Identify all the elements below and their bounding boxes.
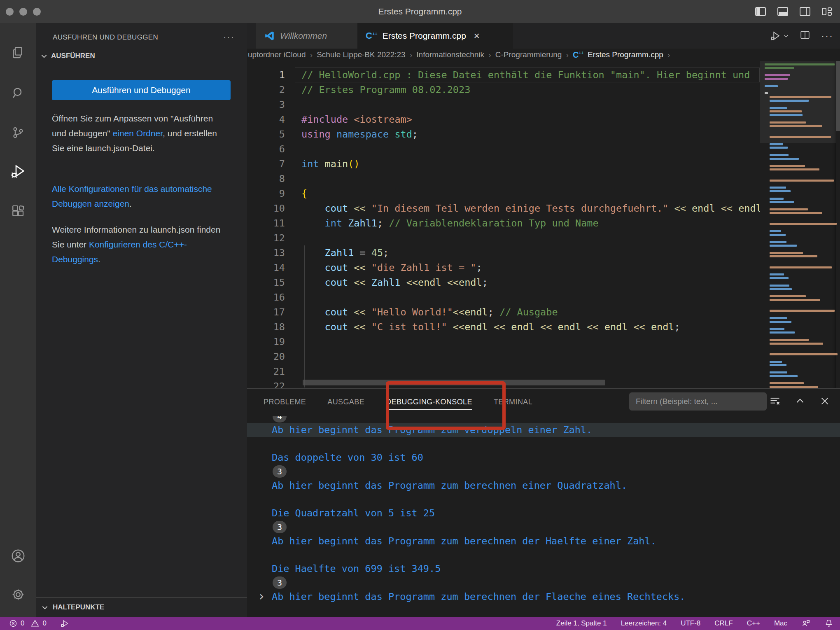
line-number[interactable]: 5 (247, 127, 285, 142)
console-output-line[interactable]: Ab hier beginnt das Programm zum berechn… (247, 478, 840, 492)
console-filter-input[interactable] (635, 397, 767, 406)
feedback-icon[interactable] (801, 619, 810, 628)
console-filter-box[interactable] (629, 392, 767, 411)
line-number[interactable]: 15 (247, 275, 285, 290)
language-mode[interactable]: C++ (747, 619, 760, 628)
run-and-debug-icon[interactable] (0, 158, 36, 184)
line-number[interactable]: 21 (247, 364, 285, 379)
more-actions-icon[interactable]: ··· (821, 30, 833, 42)
minimap[interactable] (760, 61, 836, 388)
errors-icon[interactable] (9, 619, 17, 628)
activity-bar (0, 23, 36, 617)
warnings-icon[interactable] (31, 619, 39, 628)
line-number[interactable]: 14 (247, 260, 285, 275)
debug-status-icon[interactable] (60, 618, 70, 628)
code-line-18: cout << "C ist toll!" <<endl << endl << … (301, 320, 760, 334)
breakpoints-label: HALTEPUNKTE (53, 603, 104, 611)
line-number[interactable]: 4 (247, 112, 285, 127)
eol-sequence[interactable]: CRLF (714, 619, 733, 628)
toggle-panel-icon[interactable] (777, 7, 788, 16)
sidebar-link[interactable]: Alle Konfigurationen für das automatisch… (52, 184, 212, 208)
line-number[interactable]: 20 (247, 349, 285, 364)
source-control-icon[interactable] (0, 119, 36, 146)
code-line-2: // Erstes Programm 08.02.2023 (301, 82, 760, 97)
extensions-icon[interactable] (0, 198, 36, 225)
vertical-scrollbar-thumb[interactable] (836, 61, 840, 131)
line-number[interactable]: 11 (247, 216, 285, 231)
code-editor[interactable]: 12345678910111213141516171819202122 // H… (247, 61, 840, 388)
code-line-14: cout << "die Zahl1 ist = "; (301, 260, 760, 275)
console-badge-row: 3 (247, 576, 840, 590)
breadcrumb-item[interactable]: C-Programmierung (495, 50, 562, 59)
minimap-slider[interactable] (760, 61, 836, 143)
console-output-line[interactable]: Das doppelte von 30 ist 60 (247, 450, 840, 464)
debug-console-input-row[interactable]: › (247, 589, 840, 603)
line-number[interactable]: 9 (247, 186, 285, 201)
line-number[interactable]: 22 (247, 379, 285, 388)
maximize-panel-icon[interactable] (795, 396, 805, 408)
warning-count[interactable]: 0 (42, 619, 46, 628)
line-number[interactable]: 7 (247, 156, 285, 171)
line-number[interactable]: 19 (247, 334, 285, 349)
window-title: Erstes Programm.cpp (0, 7, 840, 16)
explorer-icon[interactable] (0, 40, 36, 66)
line-number[interactable]: 17 (247, 305, 285, 320)
line-number[interactable]: 10 (247, 201, 285, 216)
settings-gear-icon[interactable] (0, 581, 36, 608)
search-icon[interactable] (0, 80, 36, 106)
customize-layout-icon[interactable] (822, 7, 833, 16)
clear-console-icon[interactable] (769, 395, 781, 408)
tab-erstes-programm-cpp[interactable]: C++Erstes Programm.cpp✕ (357, 23, 513, 49)
cursor-position[interactable]: Zeile 1, Spalte 1 (556, 619, 607, 628)
console-blank-line (247, 492, 840, 506)
account-icon[interactable] (0, 543, 36, 569)
code-line-5: using namespace std; (301, 127, 760, 142)
sidebar-link[interactable]: einen Ordner (113, 128, 163, 138)
close-tab-icon[interactable]: ✕ (474, 31, 480, 41)
breadcrumb-item[interactable]: Informationstechnik (416, 50, 484, 59)
breadcrumb[interactable]: uptordner iCloud›Schule Lippe-BK 2022:23… (247, 49, 840, 61)
run-and-debug-button[interactable]: Ausführen und Debuggen (52, 80, 231, 100)
notifications-bell-icon[interactable] (824, 619, 833, 628)
repeat-count-badge: 3 (273, 521, 287, 533)
debug-console-output[interactable]: 4 Ab hier beginnt das Programm zum verdo… (247, 416, 840, 603)
console-blank-line (247, 548, 840, 562)
panel-tab-probleme[interactable]: PROBLEME (264, 389, 306, 415)
line-number[interactable]: 8 (247, 171, 285, 186)
console-output-line[interactable]: Die Quadratzahl von 5 ist 25 (247, 506, 840, 520)
console-output-line[interactable]: Die Haelfte von 699 ist 349.5 (247, 562, 840, 576)
split-editor-icon[interactable] (800, 30, 810, 42)
line-number[interactable]: 12 (247, 231, 285, 245)
toggle-secondary-sidebar-icon[interactable] (800, 7, 810, 16)
close-panel-icon[interactable] (819, 396, 830, 408)
toggle-sidebar-icon[interactable] (755, 7, 766, 16)
line-number[interactable]: 13 (247, 245, 285, 260)
line-number[interactable]: 2 (247, 82, 285, 97)
sidebar-title: AUSFÜHREN UND DEBUGGEN (53, 33, 223, 42)
line-number[interactable]: 18 (247, 320, 285, 334)
run-or-debug-icon[interactable] (769, 30, 789, 42)
breadcrumb-item[interactable]: Schule Lippe-BK 2022:23 (317, 50, 406, 59)
line-number[interactable]: 16 (247, 290, 285, 305)
line-number[interactable]: 3 (247, 97, 285, 112)
panel-tab-ausgabe[interactable]: AUSGABE (327, 389, 364, 415)
code-line-17: cout << "Hello World!"<<endl; // Ausgabe (301, 305, 760, 320)
section-ausfuehren[interactable]: AUSFÜHREN (40, 52, 95, 60)
encoding[interactable]: UTF-8 (681, 619, 700, 628)
sidebar-more-actions-icon[interactable]: ··· (223, 32, 235, 43)
error-count[interactable]: 0 (21, 619, 24, 628)
console-output-line[interactable]: Ab hier beginnt das Programm zum verdopp… (247, 423, 840, 437)
breadcrumb-item[interactable]: Erstes Programm.cpp (588, 50, 663, 59)
line-number[interactable]: 6 (247, 142, 285, 156)
chevron-down-icon (40, 52, 48, 60)
platform[interactable]: Mac (774, 619, 787, 628)
console-output-line[interactable]: Ab hier beginnt das Programm zum berechn… (247, 534, 840, 548)
tab-label: Erstes Programm.cpp (383, 31, 466, 41)
breadcrumb-separator-icon: › (667, 50, 670, 60)
breadcrumb-item[interactable]: uptordner iCloud (248, 50, 306, 59)
section-haltepunkte[interactable]: HALTEPUNKTE (36, 597, 247, 617)
indentation[interactable]: Leerzeichen: 4 (621, 619, 667, 628)
line-number[interactable]: 1 (247, 68, 285, 82)
code-line-13: Zahl1 = 45; (301, 245, 760, 260)
tab-willkommen[interactable]: Willkommen (256, 23, 357, 49)
